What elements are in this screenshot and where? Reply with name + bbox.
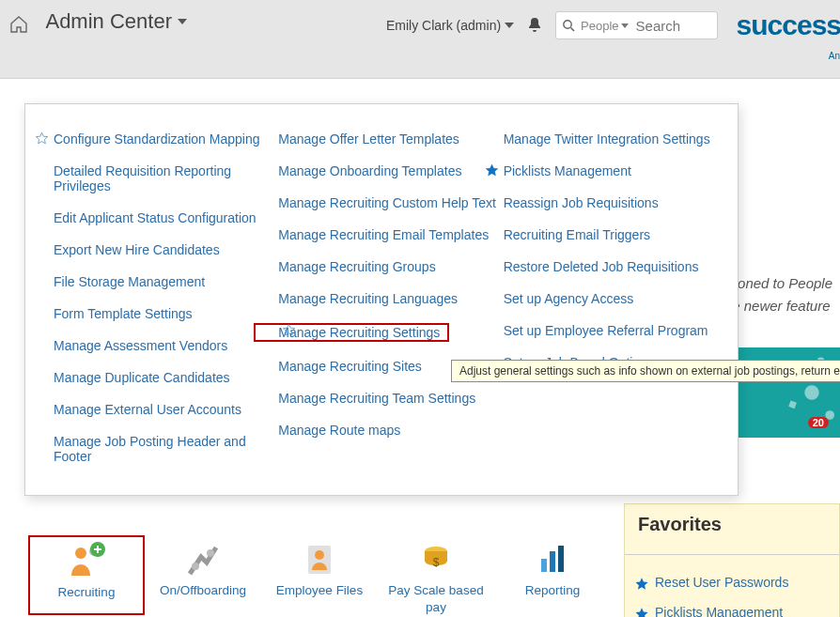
home-icon[interactable]	[9, 16, 28, 33]
tool-label: Pay Scale based pay	[378, 582, 494, 615]
dropdown-item[interactable]: Recruiting Email Triggers	[504, 219, 728, 251]
dropdown-item[interactable]: Restore Deleted Job Requisitions	[504, 251, 728, 283]
dropdown-item[interactable]: Manage Assessment Vendors	[54, 330, 278, 362]
dropdown-item[interactable]: Export New Hire Candidates	[54, 234, 278, 266]
dropdown-item[interactable]: Manage Recruiting Custom Help Text	[278, 187, 503, 219]
tool-label: Recruiting	[30, 584, 143, 601]
divider	[625, 554, 839, 555]
star-icon	[634, 577, 649, 592]
dropdown-item[interactable]: Manage Recruiting Languages	[278, 283, 503, 315]
dropdown-item[interactable]: Manage Job Posting Header and Footer	[54, 425, 278, 472]
dropdown-item[interactable]: Manage External User Accounts	[54, 393, 278, 425]
dropdown-item[interactable]: Manage Offer Letter Templates	[278, 123, 503, 155]
dropdown-item[interactable]: Manage Recruiting Team Settings	[278, 382, 503, 414]
caret-down-icon[interactable]	[505, 23, 514, 28]
notifications-icon[interactable]	[527, 17, 542, 34]
user-menu[interactable]: Emily Clark (admin)	[386, 18, 501, 33]
dropdown-item[interactable]: Form Template Settings	[54, 298, 278, 330]
dropdown-item[interactable]: Picklists Management	[504, 155, 728, 187]
tooltip: Adjust general settings such as info sho…	[451, 360, 840, 382]
tool-icon	[261, 535, 378, 582]
dropdown-item[interactable]: File Storage Management	[54, 266, 278, 298]
admin-dropdown: Configure Standardization MappingDetaile…	[24, 103, 739, 496]
caret-down-icon[interactable]	[621, 23, 629, 28]
dropdown-item[interactable]: Configure Standardization Mapping	[54, 123, 278, 155]
dropdown-item[interactable]: Reassign Job Requisitions	[504, 187, 728, 219]
dropdown-item[interactable]: Edit Applicant Status Configuration	[54, 202, 278, 234]
svg-rect-6	[788, 401, 797, 409]
tool-tile-reporting[interactable]: Reporting	[494, 535, 611, 615]
search-icon	[562, 19, 575, 32]
svg-point-0	[564, 21, 571, 28]
dropdown-item[interactable]: Manage Recruiting Settings	[278, 315, 503, 350]
tool-icon	[494, 535, 611, 582]
star-icon[interactable]	[35, 131, 49, 146]
svg-line-1	[571, 28, 575, 32]
svg-rect-20	[558, 546, 564, 572]
svg-point-12	[192, 563, 199, 570]
dropdown-item[interactable]: Manage Recruiting Groups	[278, 251, 503, 283]
dropdown-item[interactable]: Set up Agency Access	[504, 283, 728, 315]
tool-icon	[145, 535, 261, 582]
dropdown-column: Configure Standardization MappingDetaile…	[54, 123, 278, 472]
caret-down-icon[interactable]	[178, 19, 187, 24]
tool-label: Reporting	[494, 582, 611, 599]
favorites-title: Favorites	[625, 504, 839, 541]
svg-text:$: $	[433, 556, 440, 569]
tool-tile-on-offboarding[interactable]: On/Offboarding	[145, 535, 261, 615]
tool-tile-recruiting[interactable]: Recruiting	[28, 535, 145, 615]
svg-point-7	[75, 548, 86, 559]
tool-icon: $	[378, 535, 494, 582]
tool-label: Employee Files	[261, 582, 378, 599]
svg-point-15	[315, 550, 324, 560]
tool-tile-employee-files[interactable]: Employee Files	[261, 535, 378, 615]
search-scope-label[interactable]: People	[581, 19, 618, 33]
favorite-item[interactable]: Reset User Passwords	[630, 568, 833, 598]
favorite-item[interactable]: Picklists Management	[630, 598, 833, 617]
dropdown-item[interactable]: Manage Onboarding Templates	[278, 155, 503, 187]
favorites-panel: Favorites Reset User PasswordsPicklists …	[624, 503, 840, 617]
tool-grid: RecruitingOn/OffboardingEmployee Files$P…	[28, 535, 611, 617]
promo-badge: 20	[808, 417, 829, 428]
star-icon[interactable]	[282, 323, 296, 337]
brand-logo: successf	[737, 9, 840, 41]
topbar-right: Emily Clark (admin) People successf An	[386, 9, 840, 41]
favorites-list: Reset User PasswordsPicklists Management…	[625, 564, 839, 617]
dropdown-column: Manage Twitter Integration SettingsPickl…	[504, 123, 728, 472]
dropdown-item[interactable]: Set up Employee Referral Program	[504, 315, 728, 347]
dropdown-item[interactable]: Manage Duplicate Candidates	[54, 362, 278, 393]
background-content: sitioned to People the newer feature dat…	[0, 85, 840, 98]
tool-tile-pay-scale-based-pay[interactable]: $Pay Scale based pay	[378, 535, 494, 615]
page-title[interactable]: Admin Center	[45, 9, 172, 33]
search-input[interactable]	[636, 18, 711, 34]
svg-rect-19	[550, 551, 555, 572]
dropdown-item[interactable]: Manage Recruiting Email Templates	[278, 219, 503, 251]
svg-point-13	[207, 549, 214, 557]
dropdown-column: Manage Offer Letter TemplatesManage Onbo…	[278, 123, 503, 472]
dropdown-item[interactable]: Manage Route maps	[278, 414, 503, 446]
star-icon[interactable]	[485, 163, 499, 177]
topbar: Admin Center Emily Clark (admin) People …	[0, 0, 840, 79]
star-icon	[634, 607, 649, 617]
svg-point-4	[804, 385, 818, 399]
svg-rect-11	[97, 546, 99, 553]
dropdown-item[interactable]: Manage Twitter Integration Settings	[504, 123, 728, 155]
brand-subtext: An	[829, 51, 840, 61]
tool-label: On/Offboarding	[145, 582, 261, 599]
dropdown-item[interactable]: Detailed Requisition Reporting Privilege…	[54, 155, 278, 202]
svg-rect-18	[541, 559, 547, 572]
tool-icon	[30, 537, 143, 584]
global-search[interactable]: People	[555, 11, 717, 39]
